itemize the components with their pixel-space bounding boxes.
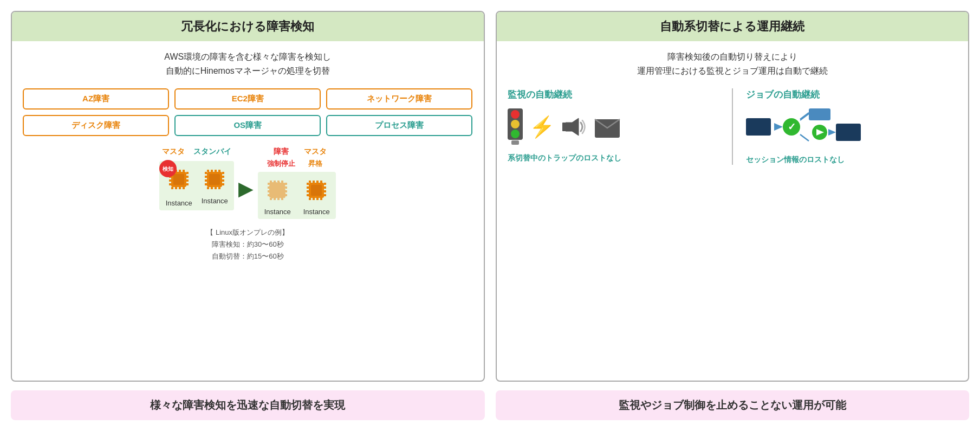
svg-rect-24 bbox=[222, 176, 224, 178]
svg-rect-41 bbox=[285, 183, 287, 185]
monitoring-title: 監視の自動継続 bbox=[508, 88, 572, 101]
right-panel-subtitle: 障害検知後の自動切り替えにより 運用管理における監視とジョブ運用は自動で継続 bbox=[508, 50, 958, 78]
svg-rect-36 bbox=[270, 183, 285, 198]
svg-rect-13 bbox=[171, 187, 173, 189]
svg-rect-65 bbox=[320, 181, 322, 183]
right-panel-header: 自動系切替による運用継続 bbox=[497, 12, 969, 41]
standby-instance: Instance bbox=[199, 164, 230, 207]
section-divider bbox=[732, 88, 733, 165]
svg-rect-64 bbox=[316, 181, 319, 183]
svg-rect-60 bbox=[324, 190, 326, 192]
svg-rect-6 bbox=[186, 176, 189, 178]
svg-rect-51 bbox=[277, 198, 280, 200]
svg-rect-69 bbox=[320, 198, 322, 200]
auto-section: 監視の自動継続 ⚡ bbox=[508, 88, 958, 165]
master-instance: 検知 bbox=[164, 164, 194, 207]
svg-rect-59 bbox=[324, 186, 326, 189]
monitoring-icons: ⚡ bbox=[508, 108, 621, 145]
svg-rect-37 bbox=[268, 183, 270, 185]
svg-rect-28 bbox=[211, 170, 213, 172]
svg-rect-57 bbox=[307, 194, 309, 196]
svg-rect-40 bbox=[268, 194, 270, 196]
job-col: ジョブの自動継続 ✓ bbox=[746, 88, 957, 165]
job-icons: ✓ bbox=[746, 108, 865, 146]
svg-rect-16 bbox=[183, 187, 185, 189]
before-instances: 検知 bbox=[159, 161, 234, 210]
svg-rect-12 bbox=[183, 170, 185, 172]
svg-rect-35 bbox=[209, 174, 220, 185]
svg-rect-56 bbox=[307, 190, 309, 192]
traffic-light-icon bbox=[508, 108, 523, 145]
svg-rect-42 bbox=[285, 186, 287, 189]
fault-label: 障害 bbox=[274, 147, 289, 157]
svg-marker-75 bbox=[774, 123, 783, 131]
svg-rect-39 bbox=[268, 190, 270, 192]
svg-rect-62 bbox=[309, 181, 311, 183]
svg-rect-17 bbox=[173, 174, 184, 185]
svg-rect-5 bbox=[186, 172, 189, 174]
svg-rect-30 bbox=[218, 170, 220, 172]
left-panel-subtitle: AWS環境の障害を含む様々な障害を検知し 自動的にHinemosマネージャの処理… bbox=[23, 50, 473, 78]
fault-badge-az: AZ障害 bbox=[23, 88, 169, 110]
promoted-instance: Instance bbox=[301, 175, 332, 216]
monitoring-caption: 系切替中のトラップのロストなし bbox=[508, 153, 621, 163]
svg-marker-71 bbox=[566, 118, 579, 136]
svg-rect-48 bbox=[281, 181, 283, 183]
master-label-1: マスタ bbox=[162, 147, 185, 157]
svg-line-85 bbox=[800, 114, 809, 120]
svg-rect-70 bbox=[311, 185, 322, 196]
fault-note: 【 Linux版オンプレの例】 障害検知：約30〜60秒 自動切替：約15〜60… bbox=[23, 227, 473, 262]
bottom-left-banner: 様々な障害検知を迅速な自動切替を実現 bbox=[11, 390, 485, 420]
svg-rect-45 bbox=[270, 181, 272, 183]
svg-rect-15 bbox=[179, 187, 181, 189]
svg-rect-4 bbox=[169, 183, 171, 185]
svg-rect-63 bbox=[313, 181, 315, 183]
svg-rect-74 bbox=[746, 118, 771, 136]
svg-rect-67 bbox=[313, 198, 315, 200]
svg-rect-3 bbox=[169, 179, 171, 182]
faulted-instance-label: Instance bbox=[264, 208, 291, 216]
promoted-instance-label: Instance bbox=[303, 208, 330, 216]
job-title: ジョブの自動継続 bbox=[746, 88, 820, 101]
svg-rect-44 bbox=[285, 194, 287, 196]
fault-badge-network: ネットワーク障害 bbox=[326, 88, 472, 110]
fault-badge-process: プロセス障害 bbox=[326, 115, 472, 136]
svg-rect-50 bbox=[274, 198, 276, 200]
fault-badge-ec2: EC2障害 bbox=[174, 88, 321, 110]
svg-rect-7 bbox=[186, 179, 189, 182]
master-label-2: マスタ bbox=[304, 147, 327, 157]
fault-grid: AZ障害 EC2障害 ネットワーク障害 ディスク障害 OS障害 プロセス障害 bbox=[23, 88, 473, 136]
svg-rect-68 bbox=[316, 198, 319, 200]
svg-rect-25 bbox=[222, 179, 224, 182]
lightning-icon: ⚡ bbox=[529, 115, 555, 139]
svg-rect-23 bbox=[222, 172, 224, 174]
faulted-chip-icon bbox=[262, 175, 293, 205]
forced-stop-label: 強制停止 bbox=[267, 159, 295, 169]
svg-rect-80 bbox=[809, 108, 830, 120]
svg-rect-26 bbox=[222, 183, 224, 185]
svg-rect-84 bbox=[836, 124, 861, 141]
svg-rect-55 bbox=[307, 186, 309, 189]
svg-rect-46 bbox=[274, 181, 276, 183]
svg-rect-47 bbox=[277, 181, 280, 183]
tl-yellow bbox=[511, 120, 520, 128]
standby-instance-label: Instance bbox=[202, 197, 228, 205]
master-instance-label: Instance bbox=[166, 199, 192, 207]
svg-line-78 bbox=[800, 113, 809, 119]
svg-rect-34 bbox=[218, 187, 220, 189]
svg-rect-22 bbox=[205, 183, 207, 185]
svg-rect-33 bbox=[215, 187, 217, 189]
promoted-chip-icon bbox=[301, 175, 332, 205]
monitoring-col: 監視の自動継続 ⚡ bbox=[508, 88, 719, 165]
faulted-instance: Instance bbox=[262, 175, 293, 216]
fault-badge-disk: ディスク障害 bbox=[23, 115, 169, 136]
fault-badge-os: OS障害 bbox=[174, 115, 321, 136]
standby-label: スタンバイ bbox=[193, 147, 231, 157]
svg-rect-32 bbox=[211, 187, 213, 189]
right-panel: 自動系切替による運用継続 障害検知後の自動切り替えにより 運用管理における監視と… bbox=[496, 11, 970, 382]
traffic-pole bbox=[511, 140, 519, 145]
svg-rect-43 bbox=[285, 190, 287, 192]
svg-rect-61 bbox=[324, 194, 326, 196]
svg-rect-38 bbox=[268, 186, 270, 189]
svg-rect-11 bbox=[179, 170, 181, 172]
